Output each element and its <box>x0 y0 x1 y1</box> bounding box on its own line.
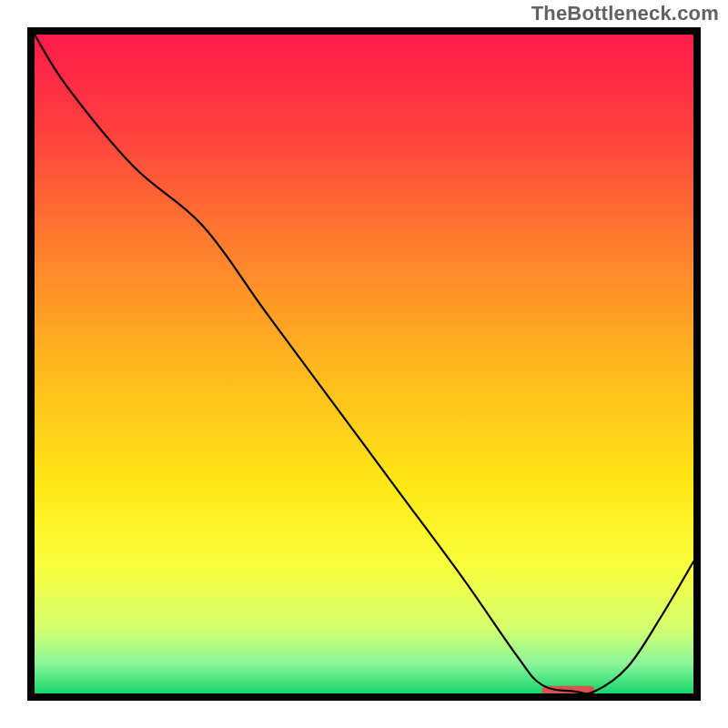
optimal-range-marker <box>541 686 594 693</box>
watermark-text: TheBottleneck.com <box>531 2 719 25</box>
chart-svg <box>35 35 693 693</box>
chart-background <box>35 35 693 693</box>
stage: TheBottleneck.com <box>0 0 728 728</box>
chart-frame <box>27 27 701 701</box>
